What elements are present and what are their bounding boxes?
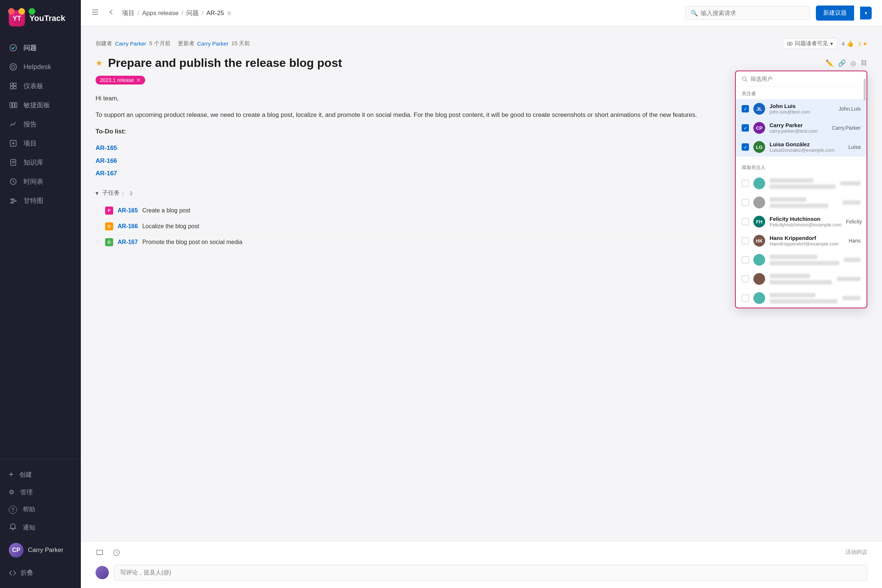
svg-point-1 xyxy=(10,64,16,70)
help-icon: ? xyxy=(9,506,17,514)
sidebar-item-agile[interactable]: 敏捷面板 xyxy=(0,96,81,115)
breadcrumb-issues[interactable]: 问题 xyxy=(186,9,199,17)
tag-remove-button[interactable]: ✕ xyxy=(136,77,141,83)
sidebar-item-issues[interactable]: 问题 xyxy=(0,38,81,57)
dropdown-scrollbar[interactable] xyxy=(864,71,866,308)
subtask-title-ar166: Localize the blog post xyxy=(142,223,199,230)
agile-icon xyxy=(9,101,18,110)
watchers-button[interactable]: 问题读者可见 ▾ xyxy=(783,38,837,49)
window-close[interactable] xyxy=(8,8,15,15)
watcher-checkbox-luisa: ✓ xyxy=(742,143,749,151)
window-maximize[interactable] xyxy=(28,8,35,15)
watcher-info-felicity: Felicity Hutchinson FelicityHutchinson@e… xyxy=(770,216,842,228)
comment-user-avatar xyxy=(96,566,109,579)
search-input[interactable] xyxy=(701,10,804,16)
subtasks-count: 3 xyxy=(129,190,132,196)
eye-icon xyxy=(787,41,793,46)
user-section[interactable]: CP Carry Parker xyxy=(0,537,81,563)
star-filled-icon[interactable]: ★ xyxy=(862,40,867,47)
watcher-name-hans: Hans Krippendorf xyxy=(770,235,844,241)
back-button[interactable] xyxy=(108,9,115,17)
stars-area: 3 ★ xyxy=(858,40,867,47)
sidebar-item-manage[interactable]: ⚙ 管理 xyxy=(0,484,81,501)
votes-count: 4 xyxy=(842,40,844,46)
create-icon: + xyxy=(9,470,14,479)
watcher-item-hans[interactable]: HK Hans Krippendorf HansKrippendorf@exam… xyxy=(736,231,867,250)
updater-name[interactable]: Carry Parker xyxy=(197,40,229,46)
sidebar-item-gantt[interactable]: 甘特图 xyxy=(0,191,81,210)
copy-icon[interactable]: ⎘ xyxy=(228,10,231,16)
sidebar-item-create[interactable]: + 创建 xyxy=(0,465,81,484)
blurred-item-4 xyxy=(736,269,867,288)
watcher-email-felicity: FelicityHutchinson@example.com xyxy=(770,222,842,228)
sidebar-item-timesheet[interactable]: 时间表 xyxy=(0,172,81,191)
watcher-item-john[interactable]: ✓ JL John Luis john.luis@test.com John.L… xyxy=(736,99,867,118)
window-minimize[interactable] xyxy=(18,8,25,15)
breadcrumb-projects[interactable]: 项目 xyxy=(122,9,135,17)
reports-icon xyxy=(9,120,18,129)
subtask-star-ar167[interactable]: ☆ xyxy=(96,239,101,246)
votes-area: 4 👍 xyxy=(842,40,854,47)
breadcrumb-release[interactable]: Apps release xyxy=(142,9,178,17)
new-issue-button[interactable]: 新建议题 xyxy=(816,6,854,21)
knowledge-icon xyxy=(9,158,18,167)
projects-icon xyxy=(9,139,18,148)
sidebar-label-manage: 管理 xyxy=(20,488,33,496)
watcher-handle-john: John.Luis xyxy=(838,106,861,112)
sidebar-item-help[interactable]: ? 帮助 xyxy=(0,501,81,518)
sidebar-item-helpdesk[interactable]: Helpdesk xyxy=(0,57,81,76)
history-tab-icon[interactable] xyxy=(112,549,120,559)
activity-label: 活动的议 xyxy=(845,549,867,559)
sidebar-item-knowledge[interactable]: 知识库 xyxy=(0,153,81,172)
edit-icon[interactable]: ✏️ xyxy=(825,59,834,67)
subtask-id-ar167[interactable]: AR-167 xyxy=(118,239,138,246)
watcher-item-luisa[interactable]: ✓ LG Luisa González LuisaGonzalez@exampl… xyxy=(736,138,867,156)
meta-right: 问题读者可见 ▾ 4 👍 3 ★ xyxy=(783,38,867,49)
new-issue-dropdown-button[interactable]: ▾ xyxy=(860,7,872,20)
watcher-item-carry[interactable]: ✓ CP Carry Parker carry.parker@test.com … xyxy=(736,118,867,138)
stars-count: 3 xyxy=(858,40,861,46)
watcher-search-row xyxy=(736,71,867,87)
sidebar-nav: 问题 Helpdesk 仪表板 xyxy=(0,35,81,459)
watcher-search-icon xyxy=(742,76,747,82)
subtask-id-ar165[interactable]: AR-165 xyxy=(118,207,138,214)
updater-label: 更新者 xyxy=(178,40,194,47)
watcher-search-input[interactable] xyxy=(750,76,861,82)
sidebar-label-knowledge: 知识库 xyxy=(24,158,44,167)
issue-area: 创建者 Carry Parker 5 个月前 更新者 Carry Parker … xyxy=(81,27,882,541)
logo-text: YouTrack xyxy=(29,14,65,23)
watcher-email-john: john.luis@test.com xyxy=(770,109,834,115)
vote-button[interactable]: 👍 xyxy=(846,40,854,47)
watcher-name-carry: Carry Parker xyxy=(770,122,828,128)
tag-icon[interactable]: ◎ xyxy=(850,59,856,67)
comment-input[interactable] xyxy=(114,564,867,580)
subtask-star-ar165[interactable]: ☆ xyxy=(96,207,101,214)
svg-point-2 xyxy=(12,65,15,68)
watcher-handle-hans: Hans xyxy=(849,238,861,244)
sidebar-item-dashboard[interactable]: 仪表板 xyxy=(0,76,81,96)
search-box: 🔍 xyxy=(685,6,810,20)
sidebar-item-notify[interactable]: 通知 xyxy=(0,518,81,537)
link-icon[interactable]: 🔗 xyxy=(838,59,846,67)
subtask-id-ar166[interactable]: AR-166 xyxy=(118,223,138,230)
share-icon[interactable]: ⛓ xyxy=(861,59,867,67)
creator-name[interactable]: Carry Parker xyxy=(115,40,146,46)
sidebar-item-projects[interactable]: 项目 xyxy=(0,134,81,153)
subtask-star-ar166[interactable]: ☆ xyxy=(96,223,101,230)
blurred-item-3 xyxy=(736,250,867,269)
watcher-checkbox-john: ✓ xyxy=(742,105,749,112)
collapse-button[interactable]: 折叠 xyxy=(0,563,81,582)
sidebar-item-reports[interactable]: 报告 xyxy=(0,115,81,134)
sidebar-toggle-button[interactable] xyxy=(91,8,99,18)
watcher-handle-luisa: Luisa xyxy=(849,144,861,150)
subtasks-collapse-icon[interactable]: ▾ xyxy=(96,190,99,196)
comments-tab-icon[interactable] xyxy=(96,549,104,559)
title-star-icon[interactable]: ★ xyxy=(96,58,103,68)
blurred-item-1 xyxy=(736,174,867,193)
comments-tabs: 活动的议 xyxy=(96,549,867,559)
comments-area: 活动的议 xyxy=(81,541,882,588)
topbar: 项目 / Apps release / 问题 / AR-25 ⎘ 🔍 新建议题 … xyxy=(81,0,882,27)
svg-rect-21 xyxy=(92,14,98,15)
watcher-item-felicity[interactable]: FH Felicity Hutchinson FelicityHutchinso… xyxy=(736,212,867,231)
avatar: CP xyxy=(9,543,24,558)
